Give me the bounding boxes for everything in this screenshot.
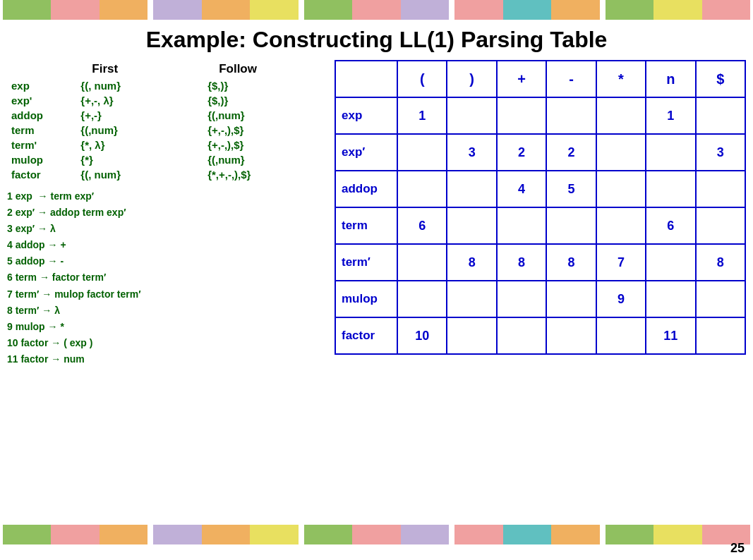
pt-cell-termprime-lparen: [397, 244, 447, 281]
col-header-lparen: (: [397, 61, 447, 97]
pt-cell-mulop-rparen: [447, 281, 496, 317]
pt-cell-termprime-dollar: 8: [696, 244, 745, 281]
production-6: 6 term → factor term′: [7, 269, 332, 286]
col-name-header: [8, 61, 76, 78]
production-8: 8 term′ → λ: [7, 303, 332, 319]
pt-cell-factor-n: 11: [646, 317, 695, 354]
pt-cell-exp-dollar: [696, 97, 745, 134]
pt-cell-expprime-plus: 2: [497, 134, 546, 171]
grammar-name-mulop: mulop: [8, 153, 76, 166]
pt-cell-termprime-rparen: 8: [447, 244, 496, 281]
pt-cell-term-star: [596, 207, 646, 244]
pt-cell-factor-minus: [546, 317, 596, 354]
grammar-row-factor: factor {(, num} {*,+,-,),$}: [8, 168, 330, 181]
grammar-follow-term: {+,-,),$}: [205, 123, 330, 137]
pt-cell-mulop-plus: [497, 281, 546, 317]
production-5: 5 addop → -: [7, 253, 332, 269]
production-11: 11 factor → num: [7, 351, 332, 367]
col-header-star: *: [596, 61, 646, 97]
grammar-name-term: term: [8, 123, 76, 137]
pt-cell-exp-rparen: [447, 97, 496, 134]
pt-cell-expprime-rparen: 3: [447, 134, 496, 171]
slide: Example: Constructing LL(1) Parsing Tabl…: [0, 0, 753, 560]
pt-cell-factor-plus: [497, 317, 546, 354]
corner-cell: [335, 61, 397, 97]
pt-row-mulop: mulop 9: [335, 281, 745, 317]
grammar-row-addop: addop {+,-} {(,num}: [8, 109, 330, 122]
production-1: 1 exp → term exp′: [7, 188, 332, 205]
page-number: 25: [730, 541, 745, 556]
grammar-follow-factor: {*,+,-,),$}: [205, 168, 330, 181]
grammar-follow-mulop: {(,num}: [205, 153, 330, 166]
grammar-row-term: term {(,num} {+,-,),$}: [8, 123, 330, 137]
pt-cell-exp-lparen: 1: [397, 97, 447, 134]
pt-cell-mulop-star: 9: [596, 281, 646, 317]
grammar-follow-addop: {(,num}: [205, 109, 330, 122]
pt-cell-addop-lparen: [397, 171, 447, 207]
grammar-name-exp: exp: [8, 79, 76, 92]
grammar-row-exp: exp {(, num} {$,)}: [8, 79, 330, 92]
pt-cell-exp-star: [596, 97, 646, 134]
pt-cell-exp-minus: [546, 97, 596, 134]
pt-cell-termprime-n: [646, 244, 695, 281]
production-4: 4 addop → +: [7, 237, 332, 253]
pt-cell-expprime-minus: 2: [546, 134, 596, 171]
col-header-minus: -: [546, 61, 596, 97]
pt-rowname-factor: factor: [335, 317, 397, 354]
production-9: 9 mulop → *: [7, 319, 332, 335]
grammar-row-mulop: mulop {*} {(,num}: [8, 153, 330, 166]
col-header-dollar: $: [696, 61, 745, 97]
col-header-plus: +: [497, 61, 546, 97]
grammar-first-mulop: {*}: [78, 153, 203, 166]
pt-rowname-addop: addop: [335, 171, 397, 207]
pt-cell-factor-dollar: [696, 317, 745, 354]
production-3: 3 exp′ → λ: [7, 221, 332, 237]
col-first-header: First: [78, 61, 203, 78]
grammar-first-term: {(,num}: [78, 123, 203, 137]
grammar-header: First Follow: [8, 61, 330, 78]
pt-cell-addop-minus: 5: [546, 171, 596, 207]
pt-cell-term-minus: [546, 207, 596, 244]
grammar-name-termprime: term': [8, 138, 76, 152]
grammar-name-addop: addop: [8, 109, 76, 122]
col-header-n: n: [646, 61, 695, 97]
pt-cell-expprime-n: [646, 134, 695, 171]
pt-cell-term-n: 6: [646, 207, 695, 244]
grammar-first-factor: {(, num}: [78, 168, 203, 181]
pt-cell-mulop-dollar: [696, 281, 745, 317]
grammar-name-factor: factor: [8, 168, 76, 181]
pt-cell-term-plus: [497, 207, 546, 244]
grammar-table: First Follow exp {(, num} {$,)} exp' {+,…: [7, 60, 332, 183]
pt-cell-term-dollar: [696, 207, 745, 244]
pt-row-addop: addop 4 5: [335, 171, 745, 207]
pt-cell-addop-rparen: [447, 171, 496, 207]
grammar-follow-termprime: {+,-,),$}: [205, 138, 330, 152]
bottom-decorative-bars: [0, 525, 753, 539]
parsing-table: ( ) + - * n $ exp 1: [335, 60, 746, 355]
pt-cell-addop-n: [646, 171, 695, 207]
grammar-first-addop: {+,-}: [78, 109, 203, 122]
pt-rowname-termprime: term′: [335, 244, 397, 281]
grammar-row-termprime: term' {*, λ} {+,-,),$}: [8, 138, 330, 152]
pt-cell-termprime-star: 7: [596, 244, 646, 281]
pt-cell-expprime-dollar: 3: [696, 134, 745, 171]
pt-cell-addop-plus: 4: [497, 171, 546, 207]
grammar-follow-exp: {$,)}: [205, 79, 330, 92]
pt-cell-factor-lparen: 10: [397, 317, 447, 354]
pt-rowname-mulop: mulop: [335, 281, 397, 317]
pt-cell-mulop-lparen: [397, 281, 447, 317]
pt-row-termprime: term′ 8 8 8 7 8: [335, 244, 745, 281]
pt-cell-expprime-lparen: [397, 134, 447, 171]
productions-list: 1 exp → term exp′ 2 exp′ → addop term ex…: [7, 188, 332, 367]
pt-cell-addop-dollar: [696, 171, 745, 207]
right-panel: ( ) + - * n $ exp 1: [335, 60, 746, 367]
pt-cell-factor-star: [596, 317, 646, 354]
col-follow-header: Follow: [205, 61, 330, 78]
pt-cell-addop-star: [596, 171, 646, 207]
top-decorative-bars: [0, 0, 753, 20]
production-2: 2 exp′ → addop term exp′: [7, 205, 332, 221]
pt-cell-term-lparen: 6: [397, 207, 447, 244]
pt-cell-expprime-star: [596, 134, 646, 171]
pt-row-factor: factor 10 11: [335, 317, 745, 354]
parsing-table-header-row: ( ) + - * n $: [335, 61, 745, 97]
